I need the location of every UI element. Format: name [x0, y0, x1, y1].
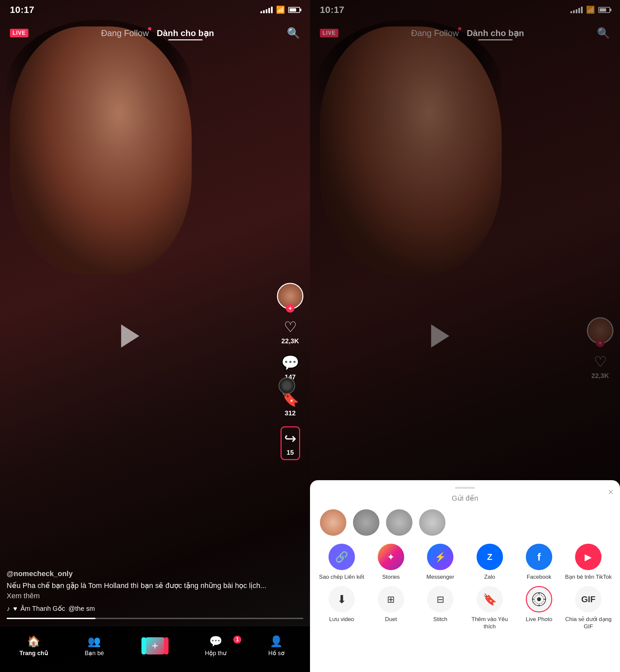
create-button[interactable]: + [144, 637, 166, 655]
follow-plus-icon: + [286, 304, 295, 313]
share-button[interactable]: ↪ 15 [280, 426, 300, 460]
tab-following[interactable]: Đang Follow [101, 28, 149, 38]
friends-icon: 👥 [88, 635, 101, 647]
svg-point-2 [537, 597, 541, 601]
see-more-link[interactable]: Xem thêm [7, 592, 40, 600]
share-copy-link[interactable]: 🔗 Sao chép Liên kết [318, 544, 365, 581]
sheet-title: Gửi đến [317, 494, 613, 503]
profile-label: Hồ sơ [268, 650, 285, 657]
share-live-photo[interactable]: Live Photo [516, 586, 562, 630]
top-nav[interactable]: LIVE Đang Follow Dành cho bạn 🔍 [0, 20, 310, 46]
time-display: 10:17 [10, 5, 34, 15]
like-count: 22,3K [281, 337, 299, 345]
comment-button[interactable]: 💬 147 [281, 354, 299, 381]
share-sheet[interactable]: Gửi đến × 🔗 Sao chép Liên [310, 480, 620, 672]
profile-icon: 👤 [270, 635, 283, 647]
duet-label: Duet [385, 616, 397, 623]
avatar-1 [320, 509, 346, 536]
recipients-row [317, 509, 613, 536]
music-info[interactable]: ♪ ♥ Âm Thanh Gốc @the sm [7, 605, 270, 613]
stories-icon: ✦ [378, 544, 404, 570]
save-video-icon: ⬇ [328, 586, 355, 613]
bottom-navigation: 🏠 Trang chủ 👥 Bạn bè + 💬 Hộp thư 1 👤 Hồ … [0, 626, 310, 672]
facebook-icon: f [526, 544, 552, 570]
battery-icon [288, 7, 300, 13]
stories-label: Stories [382, 573, 400, 581]
creator-username[interactable]: @nomecheck_only [7, 570, 270, 578]
messenger-label: Messenger [426, 573, 454, 581]
bookmark-button[interactable]: 🔖 312 [281, 390, 299, 417]
like-button[interactable]: ♡ 22,3K [281, 319, 299, 345]
inbox-icon: 💬 [209, 635, 222, 647]
share-duet[interactable]: ⊞ Duet [367, 586, 414, 630]
video-caption: Nếu Pha chế bạn gặp là Tom Holland thì b… [7, 581, 270, 601]
video-progress-bar[interactable] [7, 618, 303, 619]
music-disc[interactable] [278, 377, 295, 394]
friends-tiktok-label: Bạn bè trên TikTok [565, 573, 612, 581]
save-video-label: Lưu video [329, 616, 354, 623]
share-gif[interactable]: GIF Chia sẻ dưới dạng GIF [565, 586, 612, 630]
nav-create[interactable]: + [124, 637, 186, 655]
close-button[interactable]: × [608, 487, 613, 497]
share-zalo[interactable]: Z Zalo [466, 544, 513, 581]
comment-icon: 💬 [281, 354, 299, 371]
nav-friends[interactable]: 👥 Bạn bè [64, 635, 125, 657]
nav-inbox[interactable]: 💬 Hộp thư 1 [186, 635, 246, 657]
friends-tiktok-icon: ▶ [575, 544, 602, 570]
avatar-4 [419, 509, 446, 536]
notification-dot [148, 27, 151, 31]
zalo-label: Zalo [484, 573, 495, 581]
recipient-2[interactable] [353, 509, 379, 536]
creator-avatar[interactable]: + [277, 283, 303, 309]
share-count: 15 [287, 449, 294, 457]
share-save-video[interactable]: ⬇ Lưu video [318, 586, 365, 630]
add-favorites-icon: 🔖 [476, 586, 503, 613]
play-button[interactable] [121, 325, 139, 347]
right-sidebar: + ♡ 22,3K 💬 147 🔖 312 ↪ 15 [277, 283, 303, 460]
right-phone: 10:17 📶 LIVE Đang Follow Dành cho [310, 0, 620, 672]
status-bar: 10:17 📶 [0, 0, 310, 20]
recipient-1[interactable] [320, 509, 346, 536]
share-messenger[interactable]: ⚡ Messenger [417, 544, 464, 581]
nav-home[interactable]: 🏠 Trang chủ [3, 635, 64, 657]
wifi-icon: 📶 [276, 6, 285, 14]
signal-icon [260, 7, 273, 13]
gif-icon: GIF [575, 586, 602, 613]
share-stitch[interactable]: ⊟ Stitch [417, 586, 464, 630]
bookmark-count: 312 [285, 410, 296, 417]
avatar-3 [386, 509, 412, 536]
stitch-label: Stitch [433, 616, 448, 623]
facebook-label: Facebook [527, 573, 552, 581]
duet-icon: ⊞ [378, 586, 404, 613]
face-overlay [10, 27, 192, 275]
svg-point-6 [544, 598, 546, 600]
gif-label: Chia sẻ dưới dạng GIF [565, 616, 612, 630]
share-add-favorites[interactable]: 🔖 Thêm vào Yêu thích [466, 586, 513, 630]
share-icon: ↪ [284, 430, 297, 447]
search-icon[interactable]: 🔍 [287, 27, 300, 39]
live-photo-label: Live Photo [526, 616, 552, 623]
progress-fill [7, 618, 96, 619]
tab-for-you[interactable]: Dành cho bạn [157, 28, 214, 38]
live-badge[interactable]: LIVE [10, 29, 29, 37]
share-stories[interactable]: ✦ Stories [367, 544, 414, 581]
avatar-2 [353, 509, 379, 536]
add-favorites-label: Thêm vào Yêu thích [466, 616, 513, 630]
recipient-3[interactable] [386, 509, 412, 536]
copy-link-label: Sao chép Liên kết [319, 573, 364, 581]
live-photo-icon [526, 586, 552, 613]
sheet-handle [455, 487, 475, 489]
video-info: @nomecheck_only Nếu Pha chế bạn gặp là T… [7, 570, 270, 613]
nav-left: LIVE [10, 29, 29, 37]
share-facebook[interactable]: f Facebook [516, 544, 562, 581]
status-icons: 📶 [260, 6, 300, 14]
home-icon: 🏠 [27, 635, 40, 647]
stitch-icon: ⊟ [427, 586, 454, 613]
home-label: Trang chủ [19, 650, 48, 657]
recipient-4[interactable] [419, 509, 446, 536]
share-friends-tiktok[interactable]: ▶ Bạn bè trên TikTok [565, 544, 612, 581]
nav-profile[interactable]: 👤 Hồ sơ [246, 635, 307, 657]
inbox-badge: 1 [233, 636, 241, 643]
friends-label: Bạn bè [85, 650, 104, 657]
left-phone: 10:17 📶 LIVE Đang Follow Dành cho [0, 0, 310, 672]
